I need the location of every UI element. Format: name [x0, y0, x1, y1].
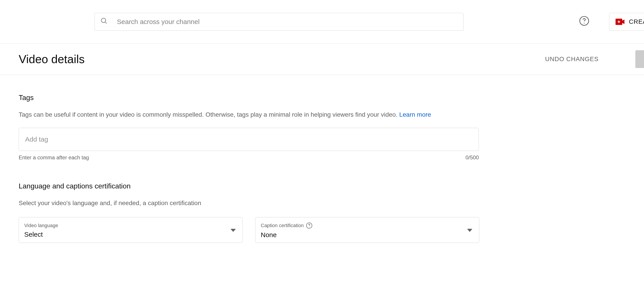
tags-char-counter: 0/500: [466, 154, 479, 161]
tags-description-text: Tags can be useful if content in your vi…: [19, 111, 399, 118]
video-language-label: Video language: [24, 223, 237, 228]
undo-changes-button[interactable]: UNDO CHANGES: [545, 56, 599, 63]
video-language-select[interactable]: Video language Select: [19, 217, 243, 243]
tags-input[interactable]: [19, 128, 479, 151]
chevron-down-icon: [467, 226, 472, 233]
caption-certification-help-icon[interactable]: [306, 222, 312, 229]
tags-helper-row: Enter a comma after each tag 0/500: [19, 154, 479, 161]
page-title: Video details: [19, 52, 85, 66]
video-language-value: Select: [24, 231, 237, 238]
search-icon: [100, 17, 108, 26]
language-section: Language and captions certification Sele…: [19, 182, 489, 243]
help-button[interactable]: [578, 16, 590, 28]
language-description: Select your video's language and, if nee…: [19, 198, 481, 208]
svg-line-1: [105, 22, 107, 24]
create-button[interactable]: CREATE: [609, 13, 644, 31]
svg-marker-5: [622, 20, 624, 24]
search-container: [94, 13, 464, 31]
caption-certification-value: None: [261, 231, 474, 239]
language-title: Language and captions certification: [19, 182, 489, 190]
search-input[interactable]: [117, 18, 458, 26]
caption-certification-label: Caption certification: [261, 223, 304, 228]
tags-section: Tags Tags can be useful if content in yo…: [19, 94, 489, 161]
create-video-icon: [616, 19, 624, 25]
create-button-label: CREATE: [629, 18, 644, 25]
tags-hint: Enter a comma after each tag: [19, 154, 89, 161]
chevron-down-icon: [230, 226, 236, 233]
save-button[interactable]: SAVE: [635, 50, 644, 68]
svg-rect-7: [619, 20, 619, 23]
question-circle-icon: [579, 16, 590, 28]
caption-certification-select[interactable]: Caption certification None: [255, 217, 479, 243]
svg-marker-14: [467, 229, 472, 232]
tags-description: Tags can be useful if content in your vi…: [19, 110, 481, 120]
svg-point-0: [101, 18, 106, 23]
language-selects-row: Video language Select Caption certificat…: [19, 217, 489, 243]
content-area: Tags Tags can be useful if content in yo…: [0, 75, 489, 243]
top-header: CREATE: [0, 0, 644, 44]
caption-certification-label-row: Caption certification: [261, 222, 474, 229]
page-action-bar: Video details UNDO CHANGES SAVE: [0, 44, 644, 75]
svg-point-3: [584, 23, 585, 24]
tags-title: Tags: [19, 94, 489, 102]
svg-marker-11: [230, 229, 236, 232]
tags-learn-more-link[interactable]: Learn more: [399, 111, 431, 118]
svg-point-13: [309, 227, 310, 227]
